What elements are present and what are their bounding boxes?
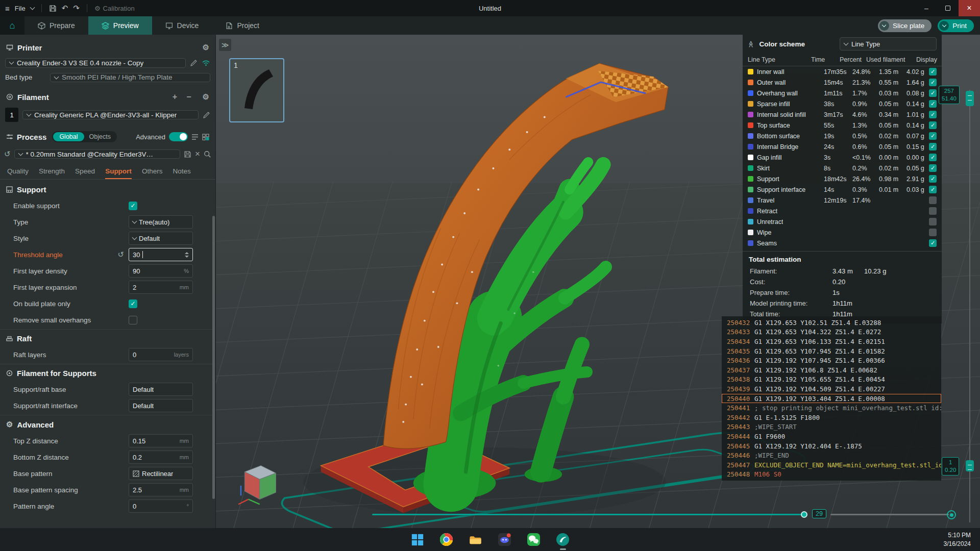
slice-plate-button[interactable]: Slice plate bbox=[878, 19, 932, 32]
support-type-select[interactable]: Tree(auto) bbox=[129, 215, 193, 229]
printer-preset-select[interactable]: Creality Ender-3 V3 SE 0.4 nozzle - Copy bbox=[5, 58, 186, 68]
slice-options-chevron-icon[interactable] bbox=[879, 21, 889, 31]
move-slider-handle[interactable] bbox=[801, 511, 807, 518]
layer-slider-track[interactable] bbox=[969, 90, 970, 522]
save-preset-icon[interactable] bbox=[184, 151, 191, 158]
plate-thumbnail[interactable]: 1 bbox=[229, 58, 284, 122]
tab-speed[interactable]: Speed bbox=[75, 164, 95, 179]
gcode-line[interactable]: 250438G1 X129.192 Y105.655 Z51.4 E.00454 bbox=[722, 375, 941, 385]
spinner-arrows-icon[interactable] bbox=[185, 252, 189, 258]
tab-notes[interactable]: Notes bbox=[173, 164, 190, 179]
bed-type-select[interactable]: Smooth PEI Plate / High Temp Plate bbox=[50, 73, 210, 83]
gcode-line[interactable]: 250437G1 X129.192 Y106.8 Z51.4 E.00682 bbox=[722, 365, 941, 375]
save-project-icon[interactable] bbox=[49, 5, 57, 12]
remove-filament-icon[interactable]: − bbox=[186, 92, 191, 102]
reset-value-icon[interactable]: ↺ bbox=[117, 250, 124, 259]
gcode-line[interactable]: 250441; stop printing object mini_overha… bbox=[722, 403, 941, 413]
file-menu[interactable]: File bbox=[15, 5, 26, 12]
pattern-angle-input[interactable]: 0 ° bbox=[129, 499, 193, 513]
tab-preview[interactable]: Preview bbox=[88, 16, 152, 35]
collapse-sidebar-icon[interactable]: ≫ bbox=[219, 39, 231, 51]
collapse-panel-icon[interactable]: ≪ bbox=[747, 40, 755, 47]
gcode-line[interactable]: 250445G1 X129.192 Y102.404 E-.1875 bbox=[722, 441, 941, 451]
gcode-line[interactable]: 250440G1 X129.192 Y103.404 Z51.4 E.00008 bbox=[722, 394, 941, 404]
tab-strength[interactable]: Strength bbox=[39, 164, 65, 179]
process-list-icon[interactable] bbox=[191, 134, 199, 140]
first-layer-density-input[interactable]: 90 % bbox=[129, 264, 193, 278]
search-preset-icon[interactable] bbox=[204, 151, 211, 158]
support-raft-base-select[interactable]: Default bbox=[129, 383, 193, 396]
gcode-line[interactable]: 250444G1 F9600 bbox=[722, 432, 941, 441]
remove-small-overhangs-checkbox[interactable] bbox=[129, 316, 137, 324]
taskbar-clock[interactable]: 5:10 PM 3/16/2024 bbox=[944, 528, 971, 551]
edit-printer-icon[interactable] bbox=[190, 59, 198, 67]
gcode-move-slider[interactable]: 29 bbox=[372, 509, 959, 520]
tab-others[interactable]: Others bbox=[142, 164, 163, 179]
slicer-app-icon[interactable] bbox=[553, 530, 573, 550]
display-checkbox[interactable]: ✓ bbox=[929, 79, 937, 86]
close-button[interactable]: × bbox=[959, 0, 980, 16]
scope-objects[interactable]: Objects bbox=[84, 132, 116, 141]
scope-global[interactable]: Global bbox=[53, 132, 84, 141]
print-options-chevron-icon[interactable] bbox=[939, 21, 949, 31]
support-style-select[interactable]: Default bbox=[129, 232, 193, 245]
viewport-3d[interactable]: ≫ 1 ≪ Color scheme Line Type bbox=[216, 35, 980, 528]
discord-icon[interactable] bbox=[495, 530, 515, 550]
gcode-line[interactable]: 250443;WIPE_START bbox=[722, 422, 941, 432]
layer-slider[interactable]: 257 51.40 1 0.20 bbox=[936, 86, 980, 525]
file-menu-chevron-icon[interactable] bbox=[30, 5, 35, 10]
gcode-line[interactable]: 250442G1 E-1.5125 F1800 bbox=[722, 413, 941, 422]
layer-slider-bottom-handle[interactable] bbox=[966, 460, 974, 471]
hamburger-menu-icon[interactable]: ≡ bbox=[5, 4, 10, 13]
tab-prepare[interactable]: Prepare bbox=[24, 16, 88, 35]
top-z-distance-input[interactable]: 0.15 mm bbox=[129, 434, 193, 447]
enable-support-checkbox[interactable]: ✓ bbox=[129, 202, 137, 210]
maximize-button[interactable] bbox=[937, 0, 959, 16]
printer-settings-gear-icon[interactable]: ⚙ bbox=[203, 43, 209, 52]
windows-start-icon[interactable] bbox=[407, 530, 428, 550]
gcode-line[interactable]: 250439G1 X129.192 Y104.509 Z51.4 E.00227 bbox=[722, 384, 941, 394]
minimize-button[interactable]: – bbox=[916, 0, 937, 16]
view-mode-select[interactable]: Line Type bbox=[840, 37, 937, 51]
calibration-menu[interactable]: Calibration bbox=[103, 5, 135, 12]
slider-track-filled[interactable] bbox=[372, 514, 804, 515]
wifi-icon[interactable] bbox=[202, 60, 210, 66]
gcode-line[interactable]: 250436G1 X129.192 Y107.945 Z51.4 E.00366 bbox=[722, 356, 941, 365]
tab-project[interactable]: Project bbox=[212, 16, 273, 35]
tab-quality[interactable]: Quality bbox=[7, 164, 29, 179]
edit-filament-icon[interactable] bbox=[203, 111, 210, 119]
tab-device[interactable]: Device bbox=[152, 16, 212, 35]
undo-icon[interactable]: ↶ bbox=[62, 4, 68, 13]
display-checkbox[interactable]: ✓ bbox=[929, 68, 937, 76]
process-objects-icon[interactable] bbox=[202, 134, 209, 140]
filament-settings-gear-icon[interactable]: ⚙ bbox=[203, 92, 209, 102]
layer-slider-top-handle[interactable] bbox=[966, 91, 974, 106]
slider-track-rest[interactable] bbox=[830, 514, 949, 515]
advanced-toggle[interactable] bbox=[169, 132, 188, 141]
support-raft-interface-select[interactable]: Default bbox=[129, 399, 193, 412]
gcode-line[interactable]: 250447EXCLUDE_OBJECT_END NAME=mini_overh… bbox=[722, 460, 941, 470]
chrome-icon[interactable] bbox=[436, 530, 457, 550]
filament-slot-number[interactable]: 1 bbox=[5, 108, 18, 122]
redo-icon[interactable]: ↷ bbox=[73, 4, 80, 13]
gcode-line[interactable]: 250433G1 X129.653 Y104.322 Z51.4 E.0272 bbox=[722, 328, 941, 337]
raft-layers-input[interactable]: 0 layers bbox=[129, 348, 193, 361]
file-explorer-icon[interactable] bbox=[465, 530, 486, 550]
wechat-icon[interactable] bbox=[524, 530, 544, 550]
gcode-line[interactable]: 250446;WIPE_END bbox=[722, 450, 941, 460]
gcode-line[interactable]: 250434G1 X129.653 Y106.133 Z51.4 E.02151 bbox=[722, 337, 941, 346]
print-button[interactable]: Print bbox=[938, 19, 974, 32]
filament-preset-select[interactable]: Creality Generic PLA @Ender-3V3-all - Kl… bbox=[22, 110, 199, 120]
gcode-line[interactable]: 250448M106 S0 bbox=[722, 470, 941, 480]
base-pattern-select[interactable]: Rectilinear bbox=[129, 467, 193, 480]
delete-preset-icon[interactable]: × bbox=[195, 149, 200, 159]
gcode-line[interactable]: 250432G1 X129.653 Y102.51 Z51.4 E.03288 bbox=[722, 318, 941, 328]
gcode-line[interactable]: 250435G1 X129.653 Y107.945 Z51.4 E.01582 bbox=[722, 346, 941, 356]
sidebar-scrollbar[interactable] bbox=[212, 216, 215, 499]
process-preset-select[interactable]: * 0.20mm Standard @Creality Ender3V… bbox=[14, 149, 180, 159]
add-filament-icon[interactable]: + bbox=[173, 92, 177, 102]
threshold-angle-input[interactable]: 30 bbox=[129, 248, 193, 261]
home-button[interactable]: ⌂ bbox=[0, 16, 24, 35]
base-pattern-spacing-input[interactable]: 2.5 mm bbox=[129, 483, 193, 496]
first-layer-expansion-input[interactable]: 2 mm bbox=[129, 281, 193, 294]
